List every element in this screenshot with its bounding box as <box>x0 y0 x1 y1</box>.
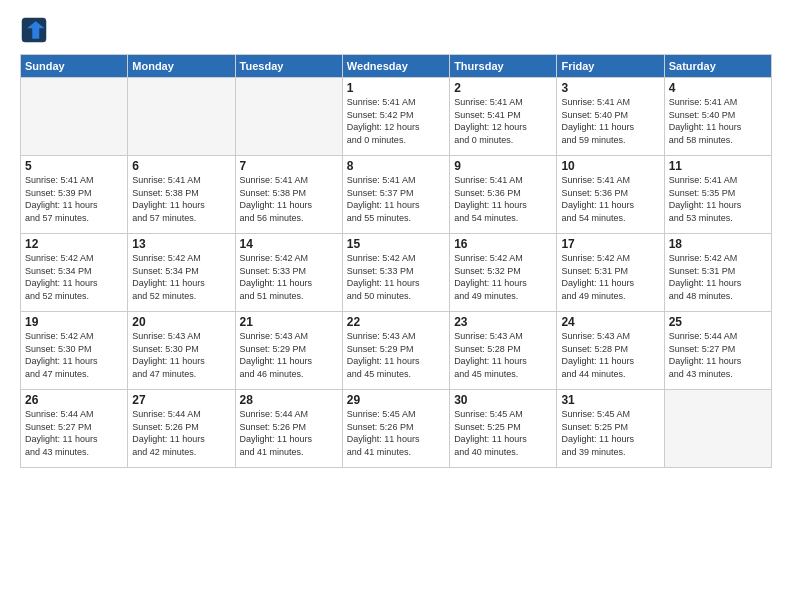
cell-info: Sunrise: 5:44 AM Sunset: 5:26 PM Dayligh… <box>240 408 338 458</box>
cell-info: Sunrise: 5:42 AM Sunset: 5:34 PM Dayligh… <box>25 252 123 302</box>
cell-info: Sunrise: 5:41 AM Sunset: 5:42 PM Dayligh… <box>347 96 445 146</box>
day-number: 19 <box>25 315 123 329</box>
calendar-cell: 4Sunrise: 5:41 AM Sunset: 5:40 PM Daylig… <box>664 78 771 156</box>
calendar-cell: 26Sunrise: 5:44 AM Sunset: 5:27 PM Dayli… <box>21 390 128 468</box>
calendar-cell: 24Sunrise: 5:43 AM Sunset: 5:28 PM Dayli… <box>557 312 664 390</box>
day-number: 18 <box>669 237 767 251</box>
calendar-cell: 31Sunrise: 5:45 AM Sunset: 5:25 PM Dayli… <box>557 390 664 468</box>
day-number: 8 <box>347 159 445 173</box>
calendar-week-row: 26Sunrise: 5:44 AM Sunset: 5:27 PM Dayli… <box>21 390 772 468</box>
day-number: 22 <box>347 315 445 329</box>
calendar-cell: 5Sunrise: 5:41 AM Sunset: 5:39 PM Daylig… <box>21 156 128 234</box>
cell-info: Sunrise: 5:41 AM Sunset: 5:40 PM Dayligh… <box>561 96 659 146</box>
calendar-cell: 9Sunrise: 5:41 AM Sunset: 5:36 PM Daylig… <box>450 156 557 234</box>
day-number: 28 <box>240 393 338 407</box>
calendar-cell: 11Sunrise: 5:41 AM Sunset: 5:35 PM Dayli… <box>664 156 771 234</box>
calendar-cell: 7Sunrise: 5:41 AM Sunset: 5:38 PM Daylig… <box>235 156 342 234</box>
calendar-cell: 19Sunrise: 5:42 AM Sunset: 5:30 PM Dayli… <box>21 312 128 390</box>
cell-info: Sunrise: 5:42 AM Sunset: 5:32 PM Dayligh… <box>454 252 552 302</box>
header <box>20 16 772 44</box>
day-number: 20 <box>132 315 230 329</box>
weekday-header: Tuesday <box>235 55 342 78</box>
cell-info: Sunrise: 5:42 AM Sunset: 5:33 PM Dayligh… <box>347 252 445 302</box>
calendar-cell: 29Sunrise: 5:45 AM Sunset: 5:26 PM Dayli… <box>342 390 449 468</box>
day-number: 7 <box>240 159 338 173</box>
day-number: 11 <box>669 159 767 173</box>
calendar-cell: 23Sunrise: 5:43 AM Sunset: 5:28 PM Dayli… <box>450 312 557 390</box>
calendar-week-row: 12Sunrise: 5:42 AM Sunset: 5:34 PM Dayli… <box>21 234 772 312</box>
day-number: 26 <box>25 393 123 407</box>
weekday-header: Thursday <box>450 55 557 78</box>
day-number: 15 <box>347 237 445 251</box>
calendar-cell: 3Sunrise: 5:41 AM Sunset: 5:40 PM Daylig… <box>557 78 664 156</box>
day-number: 4 <box>669 81 767 95</box>
cell-info: Sunrise: 5:42 AM Sunset: 5:31 PM Dayligh… <box>669 252 767 302</box>
calendar-cell: 27Sunrise: 5:44 AM Sunset: 5:26 PM Dayli… <box>128 390 235 468</box>
calendar-cell: 2Sunrise: 5:41 AM Sunset: 5:41 PM Daylig… <box>450 78 557 156</box>
page: SundayMondayTuesdayWednesdayThursdayFrid… <box>0 0 792 612</box>
calendar-cell: 18Sunrise: 5:42 AM Sunset: 5:31 PM Dayli… <box>664 234 771 312</box>
calendar-cell: 25Sunrise: 5:44 AM Sunset: 5:27 PM Dayli… <box>664 312 771 390</box>
calendar-cell: 15Sunrise: 5:42 AM Sunset: 5:33 PM Dayli… <box>342 234 449 312</box>
day-number: 17 <box>561 237 659 251</box>
day-number: 24 <box>561 315 659 329</box>
day-number: 30 <box>454 393 552 407</box>
day-number: 14 <box>240 237 338 251</box>
cell-info: Sunrise: 5:43 AM Sunset: 5:28 PM Dayligh… <box>454 330 552 380</box>
day-number: 21 <box>240 315 338 329</box>
calendar-week-row: 19Sunrise: 5:42 AM Sunset: 5:30 PM Dayli… <box>21 312 772 390</box>
calendar-cell: 20Sunrise: 5:43 AM Sunset: 5:30 PM Dayli… <box>128 312 235 390</box>
day-number: 25 <box>669 315 767 329</box>
cell-info: Sunrise: 5:43 AM Sunset: 5:29 PM Dayligh… <box>240 330 338 380</box>
day-number: 16 <box>454 237 552 251</box>
calendar-cell: 21Sunrise: 5:43 AM Sunset: 5:29 PM Dayli… <box>235 312 342 390</box>
calendar-table: SundayMondayTuesdayWednesdayThursdayFrid… <box>20 54 772 468</box>
weekday-header: Friday <box>557 55 664 78</box>
logo-icon <box>20 16 48 44</box>
cell-info: Sunrise: 5:43 AM Sunset: 5:29 PM Dayligh… <box>347 330 445 380</box>
calendar-cell <box>235 78 342 156</box>
calendar-cell: 10Sunrise: 5:41 AM Sunset: 5:36 PM Dayli… <box>557 156 664 234</box>
weekday-header: Wednesday <box>342 55 449 78</box>
calendar-cell: 8Sunrise: 5:41 AM Sunset: 5:37 PM Daylig… <box>342 156 449 234</box>
day-number: 29 <box>347 393 445 407</box>
calendar-cell: 22Sunrise: 5:43 AM Sunset: 5:29 PM Dayli… <box>342 312 449 390</box>
calendar-cell: 28Sunrise: 5:44 AM Sunset: 5:26 PM Dayli… <box>235 390 342 468</box>
calendar-header-row: SundayMondayTuesdayWednesdayThursdayFrid… <box>21 55 772 78</box>
day-number: 13 <box>132 237 230 251</box>
cell-info: Sunrise: 5:42 AM Sunset: 5:30 PM Dayligh… <box>25 330 123 380</box>
cell-info: Sunrise: 5:42 AM Sunset: 5:33 PM Dayligh… <box>240 252 338 302</box>
cell-info: Sunrise: 5:41 AM Sunset: 5:36 PM Dayligh… <box>454 174 552 224</box>
calendar-week-row: 1Sunrise: 5:41 AM Sunset: 5:42 PM Daylig… <box>21 78 772 156</box>
cell-info: Sunrise: 5:41 AM Sunset: 5:41 PM Dayligh… <box>454 96 552 146</box>
cell-info: Sunrise: 5:42 AM Sunset: 5:34 PM Dayligh… <box>132 252 230 302</box>
day-number: 5 <box>25 159 123 173</box>
weekday-header: Saturday <box>664 55 771 78</box>
day-number: 27 <box>132 393 230 407</box>
weekday-header: Monday <box>128 55 235 78</box>
day-number: 2 <box>454 81 552 95</box>
calendar-cell: 12Sunrise: 5:42 AM Sunset: 5:34 PM Dayli… <box>21 234 128 312</box>
cell-info: Sunrise: 5:41 AM Sunset: 5:39 PM Dayligh… <box>25 174 123 224</box>
cell-info: Sunrise: 5:41 AM Sunset: 5:38 PM Dayligh… <box>240 174 338 224</box>
calendar-cell: 30Sunrise: 5:45 AM Sunset: 5:25 PM Dayli… <box>450 390 557 468</box>
day-number: 1 <box>347 81 445 95</box>
day-number: 31 <box>561 393 659 407</box>
calendar-cell: 13Sunrise: 5:42 AM Sunset: 5:34 PM Dayli… <box>128 234 235 312</box>
cell-info: Sunrise: 5:41 AM Sunset: 5:38 PM Dayligh… <box>132 174 230 224</box>
cell-info: Sunrise: 5:43 AM Sunset: 5:30 PM Dayligh… <box>132 330 230 380</box>
calendar-cell <box>21 78 128 156</box>
cell-info: Sunrise: 5:44 AM Sunset: 5:26 PM Dayligh… <box>132 408 230 458</box>
calendar-week-row: 5Sunrise: 5:41 AM Sunset: 5:39 PM Daylig… <box>21 156 772 234</box>
cell-info: Sunrise: 5:44 AM Sunset: 5:27 PM Dayligh… <box>669 330 767 380</box>
day-number: 10 <box>561 159 659 173</box>
calendar-cell: 14Sunrise: 5:42 AM Sunset: 5:33 PM Dayli… <box>235 234 342 312</box>
day-number: 6 <box>132 159 230 173</box>
cell-info: Sunrise: 5:44 AM Sunset: 5:27 PM Dayligh… <box>25 408 123 458</box>
calendar-cell <box>128 78 235 156</box>
cell-info: Sunrise: 5:42 AM Sunset: 5:31 PM Dayligh… <box>561 252 659 302</box>
cell-info: Sunrise: 5:41 AM Sunset: 5:40 PM Dayligh… <box>669 96 767 146</box>
cell-info: Sunrise: 5:45 AM Sunset: 5:25 PM Dayligh… <box>561 408 659 458</box>
day-number: 9 <box>454 159 552 173</box>
cell-info: Sunrise: 5:41 AM Sunset: 5:36 PM Dayligh… <box>561 174 659 224</box>
